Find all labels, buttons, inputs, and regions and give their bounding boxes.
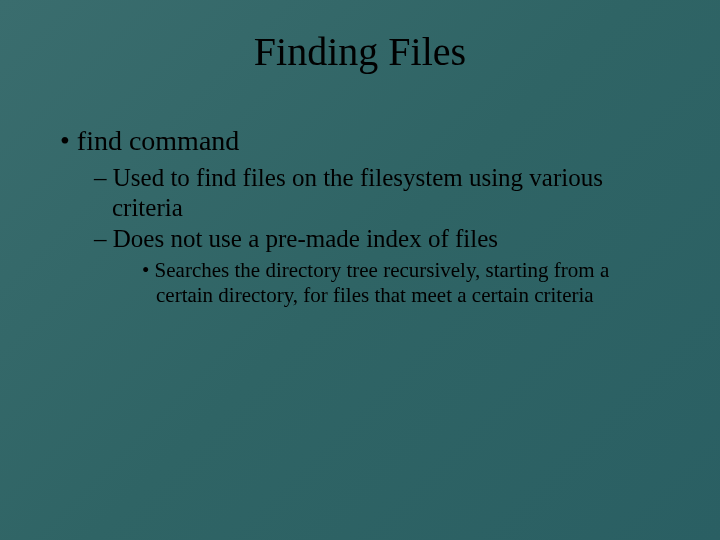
bullet-text: find command (77, 125, 240, 156)
bullet-text: Searches the directory tree recursively,… (155, 258, 610, 308)
bullet-list-level1: find command Used to find files on the f… (50, 125, 670, 309)
list-item: Searches the directory tree recursively,… (142, 258, 670, 309)
slide-title: Finding Files (50, 28, 670, 75)
bullet-list-level2: Used to find files on the filesystem usi… (60, 163, 670, 309)
bullet-text: Used to find files on the filesystem usi… (112, 164, 603, 221)
bullet-list-level3: Searches the directory tree recursively,… (112, 258, 670, 309)
list-item: Does not use a pre-made index of files S… (94, 224, 670, 309)
slide: Finding Files find command Used to find … (0, 0, 720, 540)
list-item: find command Used to find files on the f… (60, 125, 670, 309)
bullet-text: Does not use a pre-made index of files (113, 225, 498, 252)
list-item: Used to find files on the filesystem usi… (94, 163, 670, 222)
